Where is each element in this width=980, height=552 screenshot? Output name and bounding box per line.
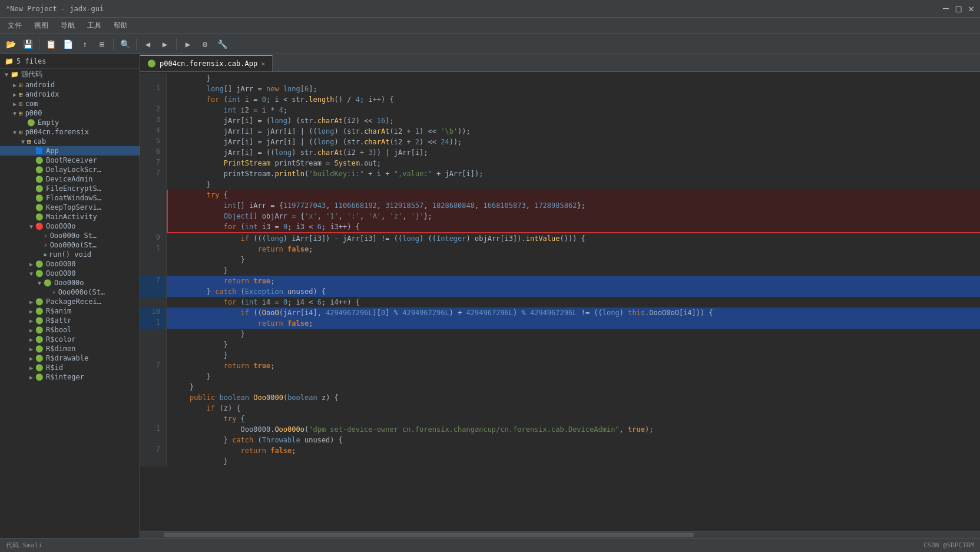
sidebar: 📁 5 files ▼ 📁 源代码 ▶ ⊞ android ▶ — [0, 54, 140, 538]
tree-p000[interactable]: ▼ ⊞ p000 — [0, 108, 140, 118]
toolbar-btn4[interactable]: ↑ — [77, 37, 92, 52]
toolbar-settings[interactable]: 🔧 — [214, 37, 230, 52]
code-line-cb5: } — [140, 339, 980, 350]
titlebar-controls[interactable]: ─ □ ✕ — [943, 3, 974, 14]
line-number — [140, 403, 167, 414]
toolbar-open[interactable]: 📂 — [3, 37, 18, 52]
toolbar-back[interactable]: ◀ — [140, 37, 155, 52]
line-content: for (int i3 = 0; i3 < 6; i3++) { — [167, 222, 980, 233]
tree-app[interactable]: 🟦 App — [0, 146, 140, 156]
tree-cab[interactable]: ▼ ⊞ cab — [0, 137, 140, 146]
code-line-fori4: for (int i4 = 0; i4 < 6; i4++) { — [140, 297, 980, 308]
line-number — [140, 265, 167, 276]
line-content: return false; — [167, 445, 980, 456]
toolbar-sep3 — [136, 38, 137, 50]
menu-view[interactable]: 视图 — [29, 19, 53, 32]
tree-label-androidx: androidx — [25, 90, 59, 98]
line-number: 10 — [140, 308, 167, 318]
code-line-3: 3 jArr[i] = (long) (str.charAt(i2) << 16… — [140, 115, 980, 126]
tree-ooo0000[interactable]: ▶ 🟢 Ooo0000 — [0, 259, 140, 269]
toolbar-debug[interactable]: ⚙ — [197, 37, 213, 52]
toolbar-forward[interactable]: ▶ — [157, 37, 173, 52]
code-line-cb8: } — [140, 382, 980, 392]
line-number: 3 — [140, 115, 167, 126]
toolbar-search[interactable]: 🔍 — [117, 37, 133, 52]
tree-rbool[interactable]: ▶ 🟢 R$bool — [0, 325, 140, 335]
tree-rinteger[interactable]: ▶ 🟢 R$integer — [0, 372, 140, 382]
code-line-2: 2 int i2 = i * 4; — [140, 105, 980, 115]
tree-rdrawable[interactable]: ▶ 🟢 R$drawable — [0, 353, 140, 363]
tree-empty[interactable]: 🟢 Empty — [0, 118, 140, 127]
line-content: } — [167, 339, 980, 350]
tree-ooo000o-st3[interactable]: ⚡ Ooo000o(St… — [0, 287, 140, 297]
code-line-cb6: } — [140, 350, 980, 361]
tree-android[interactable]: ▶ ⊞ android — [0, 80, 140, 90]
line-content: } — [167, 265, 980, 276]
tree-p004cn[interactable]: ▼ ⊞ p004cn.forensix — [0, 127, 140, 137]
line-number: 5 — [140, 137, 167, 147]
line-content: if (z) { — [167, 403, 980, 414]
tab-app[interactable]: 🟢 p004cn.forensix.cab.App ✕ — [140, 55, 273, 71]
code-editor[interactable]: } 1 long[] jArr = new long[6]; for (int … — [140, 72, 980, 531]
line-number — [140, 200, 167, 211]
tree-rdimen[interactable]: ▶ 🟢 R$dimen — [0, 344, 140, 353]
tree-rcolor[interactable]: ▶ 🟢 R$color — [0, 335, 140, 344]
tree-label-deviceadmin: DeviceAdmin — [46, 175, 92, 183]
toolbar-btn3[interactable]: 📄 — [60, 37, 75, 52]
tree-com[interactable]: ▶ ⊞ com — [0, 99, 140, 108]
tree-fileencrypts[interactable]: 🟢 FileEncryptS… — [0, 184, 140, 193]
code-line-ret2: 1 return false; — [140, 318, 980, 329]
tree-ranim[interactable]: ▶ 🟢 R$anim — [0, 306, 140, 316]
toolbar-btn2[interactable]: 📋 — [43, 37, 58, 52]
tab-close-app[interactable]: ✕ — [261, 60, 265, 68]
tree-bootreceiver[interactable]: 🟢 BootReceiver — [0, 156, 140, 165]
code-line-retf2: 7 return false; — [140, 445, 980, 456]
tree-root[interactable]: ▼ 📁 源代码 — [0, 69, 140, 80]
line-number: 7 — [140, 168, 167, 179]
tree-ooo000o-st1[interactable]: ⚡ Ooo000o St… — [0, 231, 140, 240]
menu-file[interactable]: 文件 — [3, 19, 27, 32]
tree-label-packagerecei: PackageRecei… — [46, 298, 101, 306]
maximize-button[interactable]: □ — [956, 3, 962, 14]
tree-keeptopservi[interactable]: 🟢 KeepTopServi… — [0, 203, 140, 212]
line-number — [140, 382, 167, 392]
tree-label-ooo000o-st3: Ooo000o(St… — [58, 288, 105, 296]
code-line-0: } — [140, 73, 980, 84]
horizontal-scrollbar[interactable] — [140, 531, 980, 538]
tree-packagerecei[interactable]: ▶ 🟢 PackageRecei… — [0, 297, 140, 306]
tree-mainactivity[interactable]: 🟢 MainActivity — [0, 212, 140, 222]
line-number — [140, 179, 167, 190]
toolbar-save[interactable]: 💾 — [20, 37, 35, 52]
minimize-button[interactable]: ─ — [943, 3, 949, 14]
tree-deviceadmin[interactable]: 🟢 DeviceAdmin — [0, 174, 140, 184]
tree-floatwindows[interactable]: 🟢 FloatWindowS… — [0, 193, 140, 203]
toolbar-btn5[interactable]: ⊞ — [94, 37, 110, 52]
tree-label-rattr: R$attr — [46, 316, 71, 325]
tree-ooo000o-st2[interactable]: ⚡ Ooo000o(St… — [0, 240, 140, 250]
line-content: Ooo0000.Ooo000o("dpm set-device-owner cn… — [167, 424, 980, 435]
tree-delaylockscr[interactable]: 🟢 DelayLockScr… — [0, 165, 140, 174]
tree-rid[interactable]: ▶ 🟢 R$id — [0, 363, 140, 372]
code-line-pub1: public boolean Ooo0000(boolean z) { — [140, 392, 980, 403]
code-line-cb9: } — [140, 456, 980, 467]
close-button[interactable]: ✕ — [968, 3, 974, 14]
menu-help[interactable]: 帮助 — [109, 19, 133, 32]
line-number: 6 — [140, 147, 167, 158]
menu-tools[interactable]: 工具 — [82, 19, 106, 32]
tree-run-void[interactable]: ● run() void — [0, 250, 140, 259]
code-line-7a: 7 PrintStream printStream = System.out; — [140, 158, 980, 168]
line-content: jArr[i] = ((long) str.charAt(i2 + 3)) | … — [167, 147, 980, 158]
menu-navigate[interactable]: 导航 — [56, 19, 80, 32]
line-content: } — [167, 382, 980, 392]
tree-ooo000o-sub[interactable]: ▼ 🟢 Ooo000o — [0, 278, 140, 287]
tree-oooo000[interactable]: ▼ 🟢 OooO000 — [0, 269, 140, 278]
tree-androidx[interactable]: ▶ ⊞ androidx — [0, 90, 140, 99]
tree-ooo000o[interactable]: ▼ 🔴 Ooo000o — [0, 222, 140, 231]
line-number — [140, 435, 167, 445]
hscroll-thumb[interactable] — [164, 533, 694, 537]
tree-label-ooo000o-sub: Ooo000o — [54, 279, 84, 287]
tree-rattr[interactable]: ▶ 🟢 R$attr — [0, 316, 140, 325]
tree-label-bootreceiver: BootReceiver — [46, 156, 97, 164]
toolbar-run[interactable]: ▶ — [180, 37, 196, 52]
line-content: } — [167, 179, 980, 190]
